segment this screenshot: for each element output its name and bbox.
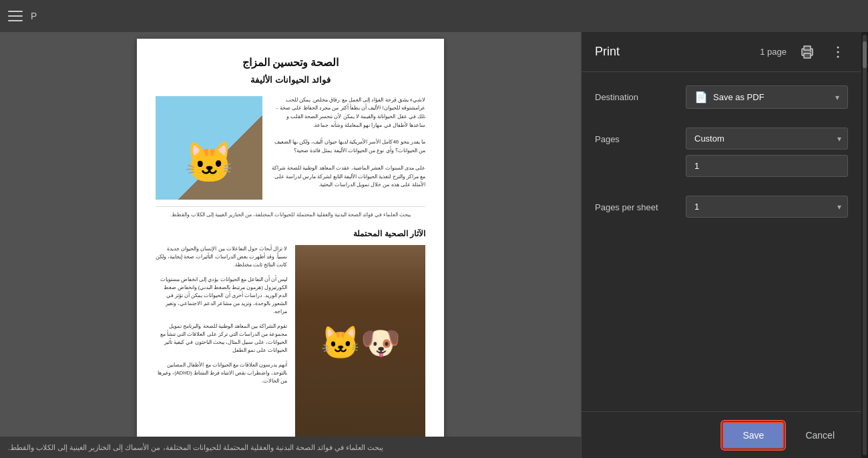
destination-dropdown-arrow: ▾	[835, 93, 839, 102]
preview-scroll: الصحة وتحسين المزاج فوائد الحيوانات الأل…	[0, 32, 581, 437]
document-page: الصحة وتحسين المزاج فوائد الحيوانات الأل…	[137, 39, 444, 437]
hamburger-icon[interactable]	[8, 11, 23, 21]
print-panel: Print 1 page	[581, 32, 861, 458]
page-count-label: 1 page	[760, 47, 787, 57]
doc-image-cat	[156, 96, 262, 200]
print-actions: Save Cancel	[582, 411, 861, 458]
print-title: Print	[595, 45, 620, 59]
doc-text-section-1: لا تزال أبحاث حول التفاعلات بين الإنسان …	[156, 245, 287, 269]
pages-per-sheet-row: Pages per sheet 1 2 4 6 ▾	[595, 196, 848, 218]
top-bar-title: P	[31, 11, 37, 21]
svg-point-4	[837, 46, 839, 48]
pages-per-sheet-select-wrapper: 1 2 4 6 ▾	[686, 196, 848, 218]
doc-section-title: الآثار الصحية المحتملة	[156, 228, 425, 240]
doc-content-bottom: لا تزال أبحاث حول التفاعلات بين الإنسان …	[156, 245, 425, 437]
pages-select[interactable]: Custom All Odd pages only Even pages onl…	[686, 128, 848, 150]
doc-image-dogs	[295, 245, 425, 437]
destination-label: Destination	[595, 85, 675, 102]
doc-text-top: لاشيء يشق قرحة الفؤاد إلى العمل مع رفاق …	[270, 96, 425, 200]
preview-area: الصحة وتحسين المزاج فوائد الحيوانات الأل…	[0, 32, 581, 458]
doc-text-section-3: تقوم الشراكة بين المعاهد الوطنية للصحة و…	[156, 322, 287, 355]
preview-bottom-text: يبحث العلماء في فوائد الصحة البدنية والع…	[8, 443, 383, 452]
doc-caption: يبحث العلماء في فوائد الصحة البدنية والع…	[156, 206, 425, 218]
print-icon-button[interactable]	[797, 42, 817, 62]
destination-select[interactable]: 📄 Save as PDF ▾	[686, 85, 848, 109]
pages-control: Custom All Odd pages only Even pages onl…	[686, 128, 848, 177]
more-options-button[interactable]	[828, 42, 848, 62]
doc-title-sub: فوائد الحيوانات الأليفة	[156, 73, 425, 87]
pages-input[interactable]	[686, 155, 848, 177]
destination-value: Save as PDF	[713, 92, 830, 102]
svg-point-3	[810, 51, 811, 52]
pages-label: Pages	[595, 128, 675, 144]
scrollbar-thumb	[863, 41, 867, 68]
doc-text-section-4: أنهم يدرسون العلاقات مع الحيوانات مع الأ…	[156, 361, 287, 385]
main-area: الصحة وتحسين المزاج فوائد الحيوانات الأل…	[0, 32, 868, 458]
doc-text-sections: لا تزال أبحاث حول التفاعلات بين الإنسان …	[156, 245, 287, 437]
doc-title-main: الصحة وتحسين المزاج	[156, 55, 425, 71]
cancel-button[interactable]: Cancel	[792, 423, 848, 447]
doc-content-top: لاشيء يشق قرحة الفؤاد إلى العمل مع رفاق …	[156, 96, 425, 200]
outer-scrollbar[interactable]	[861, 32, 868, 458]
svg-rect-2	[804, 46, 811, 50]
scrollbar-track	[863, 35, 867, 455]
destination-control: 📄 Save as PDF ▾	[686, 85, 848, 109]
pages-row: Pages Custom All Odd pages only Even pag…	[595, 128, 848, 177]
pages-per-sheet-control: 1 2 4 6 ▾	[686, 196, 848, 218]
pdf-icon: 📄	[694, 91, 708, 103]
preview-bottom-bar: يبحث العلماء في فوائد الصحة البدنية والع…	[0, 437, 581, 458]
pages-per-sheet-select[interactable]: 1 2 4 6	[686, 196, 848, 218]
pages-select-wrapper: Custom All Odd pages only Even pages onl…	[686, 128, 848, 150]
print-form: Destination 📄 Save as PDF ▾ Pages Custom	[582, 72, 861, 411]
print-header-right: 1 page	[760, 42, 848, 62]
svg-rect-1	[804, 53, 811, 58]
top-bar: P	[0, 0, 868, 32]
print-header: Print 1 page	[582, 32, 861, 72]
destination-row: Destination 📄 Save as PDF ▾	[595, 85, 848, 109]
svg-point-6	[837, 55, 839, 57]
save-button[interactable]: Save	[722, 422, 784, 449]
pages-per-sheet-label: Pages per sheet	[595, 196, 675, 212]
doc-text-section-2: ليس أن أن التفاعل مع الحيوانات يؤدي إلى …	[156, 276, 287, 316]
svg-point-5	[837, 51, 839, 53]
